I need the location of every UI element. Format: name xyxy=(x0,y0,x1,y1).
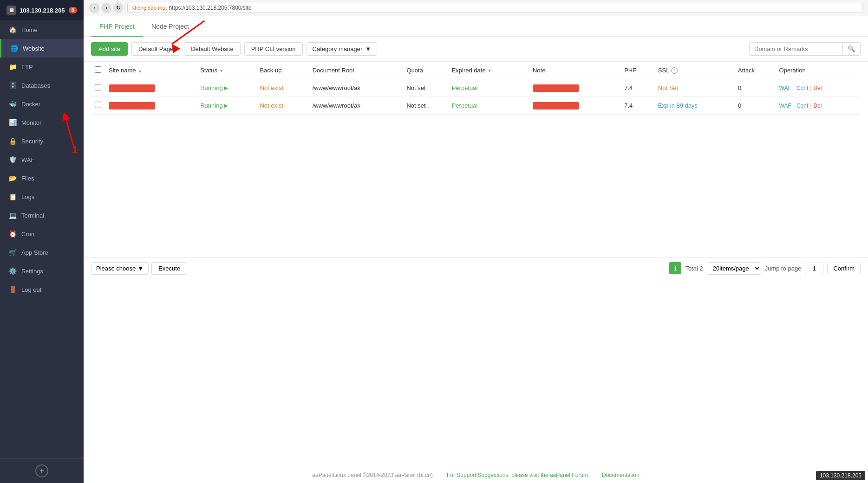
sidebar-item-terminal[interactable]: 💻 Terminal xyxy=(0,206,84,225)
row2-checkbox[interactable] xyxy=(95,102,101,108)
execute-button[interactable]: Execute xyxy=(151,262,187,275)
col-expired-date: Expired date ▼ xyxy=(448,62,529,79)
sort-site-name-icon[interactable]: ▲ xyxy=(137,68,142,73)
add-site-button[interactable]: Add site xyxy=(91,42,128,56)
pagination-bar: Please choose ▼ Execute 1 Total 2 20item… xyxy=(84,257,868,279)
search-input[interactable] xyxy=(750,43,842,55)
select-all-checkbox[interactable] xyxy=(95,66,101,73)
php-cli-button[interactable]: PHP CLI version xyxy=(244,42,303,56)
row1-checkbox[interactable] xyxy=(95,84,101,90)
sidebar-item-appstore[interactable]: 🛒 App Store xyxy=(0,243,84,262)
row1-attack: 0 xyxy=(734,79,776,97)
confirm-button[interactable]: Confirm xyxy=(827,263,861,274)
monitor-icon: 📊 xyxy=(8,118,17,127)
main-content: ‹ › ↻ Không bảo mật https://103.130.218.… xyxy=(84,0,868,483)
col-quota: Quota xyxy=(403,62,448,79)
row2-conf-link[interactable]: Conf xyxy=(796,103,808,109)
row2-operations: WAF | Conf | Del xyxy=(776,97,861,115)
footer-copyright: aaPanelLinux panel ©2014-2023 aaPanel (b… xyxy=(312,472,433,478)
logout-icon: 🚪 xyxy=(8,285,17,294)
row1-del-link[interactable]: Del xyxy=(813,85,822,91)
sidebar-item-logout-label: Log out xyxy=(21,286,41,293)
sidebar-item-home[interactable]: 🏠 Home xyxy=(0,20,84,39)
row2-expired-date: Perpetual xyxy=(448,97,529,115)
footer-support-link[interactable]: For Support|Suggestions, please visit th… xyxy=(447,472,588,478)
website-icon: 🌐 xyxy=(10,44,18,52)
items-per-page-select[interactable]: 20items/page xyxy=(707,262,761,275)
content-spacer xyxy=(84,279,868,467)
default-page-button[interactable]: Default Page xyxy=(131,42,180,56)
row1-quota: Not set xyxy=(403,79,448,97)
databases-icon: 🗄️ xyxy=(8,81,17,90)
row1-conf-link[interactable]: Conf xyxy=(796,85,808,91)
sidebar-item-cron[interactable]: ⏰ Cron xyxy=(0,225,84,243)
waf-icon: 🛡️ xyxy=(8,155,17,164)
sidebar-item-ftp[interactable]: 📁 FTP xyxy=(0,58,84,76)
table-container: Site name ▲ Status ▼ Back up Document Ro… xyxy=(84,62,868,257)
search-box: 🔍 xyxy=(749,42,861,56)
sidebar-item-security[interactable]: 🔒 Security xyxy=(0,132,84,150)
col-site-name: Site name ▲ xyxy=(105,62,196,79)
table-row: Running Not exist /www/wwwroot/ak Not se… xyxy=(91,79,861,97)
row2-status: Running xyxy=(196,97,256,115)
sidebar-item-settings[interactable]: ⚙️ Settings xyxy=(0,262,84,280)
category-manager-label: Category manager xyxy=(313,45,363,52)
sort-expired-icon[interactable]: ▼ xyxy=(487,68,492,73)
action-select[interactable]: Please choose ▼ xyxy=(91,262,149,275)
row2-site-name-redacted xyxy=(109,102,155,109)
ssl-help-icon[interactable]: ? xyxy=(671,67,678,74)
tab-node-project[interactable]: Node Project xyxy=(143,16,197,37)
row1-expired-date: Perpetual xyxy=(448,79,529,97)
search-button[interactable]: 🔍 xyxy=(842,43,860,55)
appstore-icon: 🛒 xyxy=(8,248,17,257)
sort-status-icon[interactable]: ▼ xyxy=(219,68,224,73)
action-dropdown-icon: ▼ xyxy=(137,265,144,272)
row1-status: Running xyxy=(196,79,256,97)
jump-page-input[interactable] xyxy=(805,263,823,274)
col-note: Note xyxy=(529,62,620,79)
footer-doc-link[interactable]: Documentation xyxy=(602,472,640,478)
sidebar-item-docker-label: Docker xyxy=(21,101,40,108)
sidebar-item-waf[interactable]: 🛡️ WAF xyxy=(0,150,84,169)
row2-backup: Not exist xyxy=(256,97,308,115)
row2-note xyxy=(529,97,620,115)
col-attack: Attack xyxy=(734,62,776,79)
category-manager-button[interactable]: Category manager ▼ xyxy=(307,42,378,56)
row1-ssl: Not Set xyxy=(654,79,734,97)
page-info: 1 Total 2 20items/page Jump to page Conf… xyxy=(669,262,861,275)
logs-icon: 📋 xyxy=(8,193,17,201)
ip-badge: 103.130.218.205 xyxy=(816,471,865,480)
table-row: Running Not exist /www/wwwroot/ak Not se… xyxy=(91,97,861,115)
tab-php-project[interactable]: PHP Project xyxy=(91,16,143,37)
forward-button[interactable]: › xyxy=(101,3,111,13)
files-icon: 📂 xyxy=(8,174,17,182)
sidebar-item-logs[interactable]: 📋 Logs xyxy=(0,187,84,206)
browser-nav-buttons: ‹ › ↻ xyxy=(89,3,124,13)
total-label: Total 2 xyxy=(685,265,703,272)
row2-del-link[interactable]: Del xyxy=(813,103,822,109)
sidebar-item-website[interactable]: 🌐 Website xyxy=(0,39,84,58)
back-button[interactable]: ‹ xyxy=(89,3,99,13)
row1-waf-link[interactable]: WAF xyxy=(779,85,791,91)
row2-waf-link[interactable]: WAF xyxy=(779,103,791,109)
sidebar-item-files[interactable]: 📂 Files xyxy=(0,169,84,187)
refresh-button[interactable]: ↻ xyxy=(113,3,124,13)
sidebar-item-databases[interactable]: 🗄️ Databases xyxy=(0,76,84,95)
sidebar-item-logout[interactable]: 🚪 Log out xyxy=(0,280,84,299)
col-document-root: Document Root xyxy=(309,62,403,79)
row2-php: 7.4 xyxy=(620,97,654,115)
row2-quota: Not set xyxy=(403,97,448,115)
default-website-button[interactable]: Default Website xyxy=(184,42,241,56)
sidebar-item-docker[interactable]: 🐳 Docker xyxy=(0,95,84,113)
cron-icon: ⏰ xyxy=(8,230,17,238)
sidebar-item-logs-label: Logs xyxy=(21,193,34,200)
sites-table: Site name ▲ Status ▼ Back up Document Ro… xyxy=(91,62,861,115)
row1-operations: WAF | Conf | Del xyxy=(776,79,861,97)
security-warning: Không bảo mật xyxy=(131,5,167,11)
jump-label: Jump to page xyxy=(765,265,802,272)
sidebar-item-monitor[interactable]: 📊 Monitor xyxy=(0,113,84,132)
current-page-number: 1 xyxy=(669,262,681,274)
ftp-icon: 📁 xyxy=(8,63,17,71)
add-button[interactable]: + xyxy=(35,464,48,477)
security-icon: 🔒 xyxy=(8,137,17,145)
